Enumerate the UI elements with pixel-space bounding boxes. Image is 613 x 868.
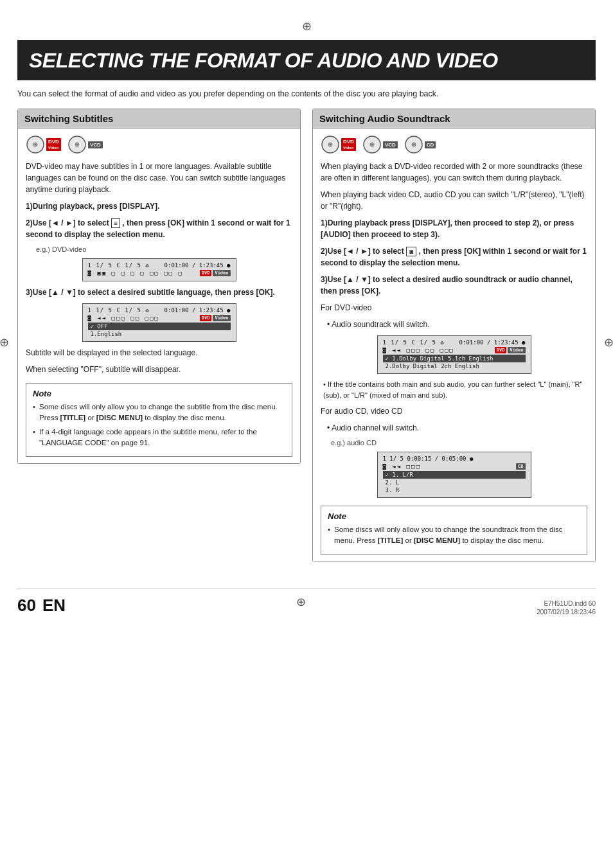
audio-vcd-disc-icon	[362, 135, 382, 154]
subtitles-disc-icons: DVDVideo VCD	[26, 135, 292, 154]
svg-point-14	[413, 144, 414, 146]
subtitles-screen1: 1 1/ 5 C 1/ 5 ♻ 0:01:00 / 1:23:45 ● ◙ ▣▣…	[82, 258, 236, 281]
dvd-badge: DVDVideo	[46, 138, 61, 151]
audio-note-title: Note	[328, 511, 580, 521]
audio-screen1: 1 1/ 5 C 1/ 5 ♻ 0:01:00 / 1:23:45 ● ◙ ◄◄…	[377, 335, 531, 374]
intro-text: You can select the format of audio and v…	[17, 89, 596, 98]
svg-point-2	[35, 144, 37, 146]
subtitles-step2: 2)Use [◄ / ►] to select ≡ , then press […	[26, 217, 292, 240]
audio-screen2-cd-badge: CD	[516, 463, 525, 470]
vcd-badge: VCD	[88, 141, 103, 148]
audio-section: Switching Audio Soundtrack DVDVideo	[312, 109, 596, 562]
further-text: • If the title contains both main and su…	[321, 379, 587, 400]
audio-step1: 1)During playback press [DISPLAY], then …	[321, 217, 587, 240]
subtitles-note-title: Note	[33, 389, 285, 398]
subtitles-note: Note Some discs will only allow you to c…	[26, 383, 292, 457]
screen1-dvd-badge: DVD	[200, 270, 212, 276]
crosshair-right-icon: ⊕	[604, 335, 613, 350]
subtitles-section: Switching Subtitles DVDVideo	[17, 109, 301, 464]
dvd-disc-icon	[26, 135, 45, 154]
audio-vcd-badge: VCD	[383, 141, 398, 148]
audio-screen1-dvd-badge: DVD	[495, 347, 507, 353]
vcd-disc-icon	[67, 135, 87, 154]
audio-body1: When playing back a DVD-video recorded w…	[321, 161, 587, 184]
for-dvd-label: For DVD-video	[321, 302, 587, 314]
audio-screen1-video-badge: Video	[508, 347, 525, 353]
subtitles-note-item-2: If a 4-digit language code appears in th…	[33, 427, 285, 449]
subtitles-footer2: When selecting "OFF", subtitle will disa…	[26, 364, 292, 375]
audio-disc-icons: DVDVideo VCD	[321, 135, 587, 154]
crosshair-bottom-icon: ⊕	[296, 595, 306, 609]
screen2-dvd-badge: DVD	[200, 315, 212, 321]
subtitles-body: DVD-video may have subtitles in 1 or mor…	[26, 161, 292, 195]
subtitles-step3: 3)Use [▲ / ▼] to select a desired subtit…	[26, 287, 292, 298]
subtitles-footer1: Subtitle will be displayed in the select…	[26, 347, 292, 359]
audio-note-item-1: Some discs will only allow you to change…	[328, 524, 580, 547]
for-dvd-bullet: • Audio soundtrack will switch.	[321, 319, 587, 330]
subtitles-step2-example: e.g.) DVD-video	[36, 245, 292, 253]
svg-point-5	[76, 144, 78, 146]
audio-body2: When playing back video CD, audio CD you…	[321, 189, 587, 212]
for-cd-example: e.g.) audio CD	[331, 439, 587, 447]
audio-dvd-disc-icon	[321, 135, 340, 154]
screen1-video-badge: Video	[213, 270, 230, 276]
subtitles-screen2: 1 1/ 5 C 1/ 5 ♻ 0:01:00 / 1:23:45 ● ◙ ◄◄…	[82, 303, 236, 342]
audio-step2: 2)Use [◄ / ►] to select ◙ , then press […	[321, 245, 587, 269]
subtitles-note-item-1: Some discs will only allow you to change…	[33, 402, 285, 424]
audio-screen2: 1 1/ 5 0:00:15 / 0:05:00 ● ◙ ◄◄ □□□ CD ✓…	[377, 452, 531, 498]
audio-cd-disc-icon	[404, 135, 423, 154]
audio-cd-badge: CD	[425, 141, 436, 148]
for-cd-bullet: • Audio channel will switch.	[321, 422, 587, 434]
audio-dvd-badge: DVDVideo	[341, 138, 356, 151]
page-title: SELECTING THE FORMAT OF AUDIO AND VIDEO	[17, 40, 596, 80]
crosshair-top-icon: ⊕	[17, 19, 596, 33]
footer-file: E7H51UD.indd 60	[544, 600, 596, 607]
page-footer: 60 EN ⊕ E7H51UD.indd 60 2007/02/19 18:23…	[17, 588, 596, 616]
subtitles-header: Switching Subtitles	[18, 109, 300, 128]
screen2-video-badge: Video	[213, 315, 230, 321]
page-number: 60	[17, 596, 36, 616]
for-cd-label: For audio CD, video CD	[321, 405, 587, 417]
footer-date: 2007/02/19 18:23:46	[537, 608, 596, 616]
subtitles-step1: 1)During playback, press [DISPLAY].	[26, 200, 292, 212]
audio-header: Switching Audio Soundtrack	[313, 109, 595, 128]
audio-step3: 3)Use [▲ / ▼] to select a desired audio …	[321, 274, 587, 297]
svg-point-8	[330, 144, 332, 146]
svg-point-11	[371, 144, 373, 146]
page-language: EN	[42, 596, 66, 616]
audio-note: Note Some discs will only allow you to c…	[321, 506, 587, 555]
crosshair-left-icon: ⊕	[0, 335, 9, 350]
